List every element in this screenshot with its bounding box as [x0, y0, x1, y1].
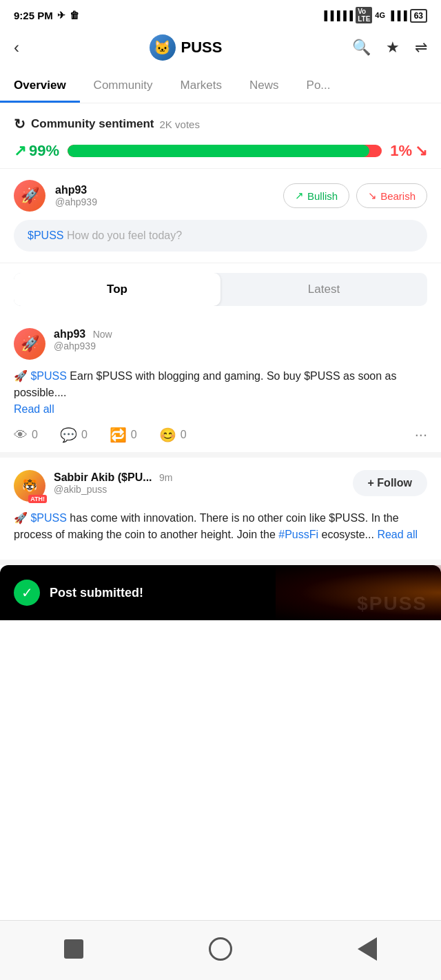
sentiment-down: 1% ↘ — [390, 142, 427, 160]
toggle-latest[interactable]: Latest — [220, 273, 427, 306]
bottom-nav — [0, 920, 441, 980]
status-left: 9:25 PM ✈ 🗑 — [14, 10, 79, 21]
tabs: Overview Community Markets News Po... — [0, 70, 441, 103]
bearish-button[interactable]: ↘ Bearish — [356, 183, 427, 208]
tab-news[interactable]: News — [236, 70, 293, 103]
banner-bg-text: $PUSS — [357, 593, 427, 615]
post-handle: @ahp939 — [55, 196, 274, 207]
share-icon[interactable]: ⇌ — [415, 39, 427, 57]
post-card-2: 🐯 ATH! Sabbir Akib ($PU... 9m @akib_puss… — [0, 458, 441, 565]
header-icons: 🔍 ★ ⇌ — [352, 39, 427, 57]
tab-markets[interactable]: Markets — [167, 70, 236, 103]
post-header-1: 🚀 ahp93 Now @ahp939 — [14, 328, 427, 360]
toggle-section: Top Latest — [14, 273, 427, 306]
read-all-1[interactable]: Read all — [14, 403, 54, 415]
sentiment-label: Community sentiment — [31, 117, 154, 131]
post-username-text-2: Sabbir Akib ($PU... — [54, 471, 152, 483]
stat-views-1: 👁 0 — [14, 427, 38, 443]
post-text-1: Earn $PUSS with blogging and gaming. So … — [14, 370, 396, 398]
hashtag-pussfi: #PussFi — [278, 529, 318, 540]
check-circle: ✓ — [14, 580, 40, 606]
views-count-1: 0 — [32, 429, 38, 441]
sentiment-header: ↻ Community sentiment 2K votes — [14, 116, 427, 132]
post-stats-1: 👁 0 💬 0 🔁 0 😊 0 ··· — [14, 426, 427, 444]
up-percent: 99% — [29, 142, 59, 160]
bullish-label: Bullish — [307, 190, 338, 202]
post-username-text-1: ahp93 — [54, 328, 85, 340]
post-avatar: 🚀 — [14, 180, 45, 212]
status-bar: 9:25 PM ✈ 🗑 ▐▐▐▐▐ VoLTE 4G ▐▐▐ 63 — [0, 0, 441, 28]
tab-overview[interactable]: Overview — [0, 70, 80, 103]
star-icon[interactable]: ★ — [386, 39, 400, 57]
coin-avatar: 🐱 — [150, 34, 176, 61]
bearish-label: Bearish — [380, 190, 416, 202]
submitted-text: Post submitted! — [50, 586, 143, 600]
sentiment-icon: ↻ — [14, 116, 25, 132]
tab-community[interactable]: Community — [80, 70, 167, 103]
post-text-2b: ecosyste... — [318, 529, 377, 540]
nav-square-button[interactable] — [55, 930, 92, 968]
post-card-1: 🚀 ahp93 Now @ahp939 🚀 $PUSS Earn $PUSS w… — [0, 316, 441, 458]
post-placeholder[interactable]: $PUSS How do you feel today? — [14, 220, 427, 252]
post-ticker-1: $PUSS — [30, 370, 66, 382]
network-label: VoLTE — [356, 7, 372, 23]
nav-back-button[interactable] — [349, 930, 386, 968]
back-icon — [358, 937, 377, 961]
post-emoji-2: 🚀 — [14, 512, 30, 524]
tab-more[interactable]: Po... — [293, 70, 345, 103]
bullish-arrow-icon: ↗ — [295, 190, 304, 202]
post-emoji-1: 🚀 — [14, 370, 30, 382]
battery-icon: 63 — [410, 10, 427, 21]
follow-button[interactable]: + Follow — [353, 470, 427, 496]
down-percent: 1% — [390, 142, 412, 160]
post-username: ahp93 — [55, 184, 274, 196]
post-avatar-1: 🚀 — [14, 328, 45, 360]
comments-count-1: 0 — [81, 429, 88, 441]
network-4g: 4G — [375, 11, 385, 19]
bearish-arrow-icon: ↘ — [368, 190, 377, 202]
stat-retweets-1: 🔁 0 — [110, 427, 137, 443]
post-content-1: 🚀 $PUSS Earn $PUSS with blogging and gam… — [14, 368, 427, 418]
back-button[interactable]: ‹ — [14, 38, 19, 57]
status-right: ▐▐▐▐▐ VoLTE 4G ▐▐▐ 63 — [321, 7, 427, 23]
trash-icon: 🗑 — [70, 10, 79, 21]
post-user-name-2: Sabbir Akib ($PU... 9m — [54, 471, 353, 484]
post-ticker-2: $PUSS — [30, 512, 66, 524]
post-user-name-1: ahp93 Now — [54, 328, 427, 340]
arrow-up-icon: ↗ — [14, 142, 26, 160]
comment-icon: 💬 — [60, 427, 77, 443]
post-actions: ↗ Bullish ↘ Bearish — [283, 183, 427, 208]
battery-level: 63 — [414, 11, 423, 21]
reactions-count-1: 0 — [181, 429, 187, 441]
post-submitted-banner: ✓ Post submitted! $PUSS — [0, 565, 441, 620]
circle-icon — [209, 937, 232, 961]
header-title: PUSS — [181, 39, 223, 57]
header-center: 🐱 PUSS — [150, 34, 223, 61]
placeholder-text: How do you feel today? — [67, 229, 182, 241]
post-handle-1: @ahp939 — [54, 340, 427, 351]
post-user-info-2: Sabbir Akib ($PU... 9m @akib_puss — [54, 471, 353, 495]
stat-comments-1: 💬 0 — [60, 427, 88, 443]
post-avatar-2: 🐯 ATH! — [14, 470, 45, 502]
toggle-top[interactable]: Top — [14, 273, 220, 306]
ticker-tag: $PUSS — [28, 229, 63, 241]
sentiment-bar-fill — [68, 145, 369, 157]
header: ‹ 🐱 PUSS 🔍 ★ ⇌ — [0, 28, 441, 70]
stat-reactions-1: 😊 0 — [159, 427, 187, 443]
read-all-2[interactable]: Read all — [377, 529, 418, 540]
sentiment-votes: 2K votes — [160, 119, 200, 130]
post-time-1: Now — [93, 329, 112, 340]
reaction-icon: 😊 — [159, 427, 176, 443]
post-input-section: 🚀 ahp93 @ahp939 ↗ Bullish ↘ Bearish $PUS… — [0, 169, 441, 263]
nav-home-button[interactable] — [202, 930, 239, 968]
search-icon[interactable]: 🔍 — [352, 39, 371, 57]
post-content-2: 🚀 $PUSS has come with innovation. There … — [14, 510, 427, 543]
retweets-count-1: 0 — [131, 429, 137, 441]
sentiment-section: ↻ Community sentiment 2K votes ↗ 99% 1% … — [0, 103, 441, 169]
post-input-row: 🚀 ahp93 @ahp939 ↗ Bullish ↘ Bearish — [14, 180, 427, 212]
post-header-row2: Sabbir Akib ($PU... 9m @akib_puss + Foll… — [54, 470, 427, 496]
bullish-button[interactable]: ↗ Bullish — [283, 183, 349, 208]
more-button-1[interactable]: ··· — [415, 426, 427, 444]
post-input-info: ahp93 @ahp939 — [55, 184, 274, 207]
post-time-2: 9m — [159, 472, 172, 483]
